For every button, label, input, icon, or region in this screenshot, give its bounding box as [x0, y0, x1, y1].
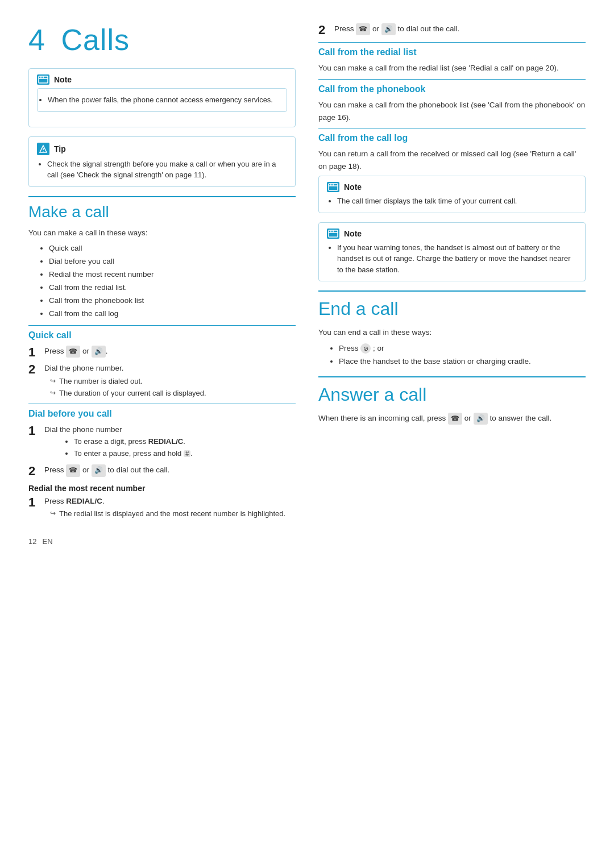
note-box-power: Note When the power fails, the phone can… [28, 68, 296, 127]
note-list-power: When the power fails, the phone cannot a… [37, 88, 287, 112]
call-from-log-text: You can return a call from the received … [318, 148, 586, 172]
end-call-way-2: Place the handset to the base station or… [339, 355, 586, 368]
quick-call-step-2-content: Dial the phone number. The number is dia… [44, 362, 296, 399]
redial-step-1-content: Press REDIAL/C. The redial list is displ… [44, 495, 296, 520]
note-item-timer-1: The call timer displays the talk time of… [337, 196, 577, 207]
quick-call-step-2: 2 Dial the phone number. The number is d… [28, 362, 296, 399]
redial-arrow-1: The redial list is displayed and the mos… [50, 508, 296, 520]
note-header-timer: Note [327, 182, 577, 192]
dial-before-step-2-number: 2 [28, 464, 44, 479]
dial-before-step-2-content: Press ☎ or 🔊 to dial out the call. [44, 464, 296, 476]
footer-language: EN [42, 537, 52, 546]
note-box-battery: Note If you hear warning tones, the hand… [318, 222, 586, 282]
note-icon-power [37, 74, 49, 85]
quick-call-step-1: 1 Press ☎ or 🔊. [28, 345, 296, 360]
svg-point-6 [43, 151, 44, 152]
section-answer-a-call: Answer a call [318, 376, 586, 405]
note-box-timer: Note The call timer displays the talk ti… [318, 176, 586, 213]
dial-before-step-1: 1 Dial the phone number To erase a digit… [28, 423, 296, 462]
dial-before-sub-2: To enter a pause, press and hold #. [74, 448, 296, 460]
make-call-intro: You can make a call in these ways: [28, 227, 296, 239]
chapter-title: Calls [61, 23, 130, 56]
tip-label-signal: Tip [54, 144, 66, 153]
dial-before-step-2: 2 Press ☎ or 🔊 to dial out the call. [28, 464, 296, 479]
make-call-way-2: Dial before you call [49, 255, 296, 268]
subsection-call-from-log: Call from the call log [318, 128, 586, 143]
subsection-call-from-redial: Call from the redial list [318, 42, 586, 57]
quick-call-step-2-number: 2 [28, 362, 44, 377]
subsection-dial-before: Dial before you call [28, 404, 296, 419]
note-icon-timer [327, 182, 339, 192]
tip-header-signal: Tip [37, 143, 287, 155]
make-call-way-4: Call from the redial list. [49, 281, 296, 294]
note-list-battery: If you hear warning tones, the handset i… [327, 242, 577, 276]
quick-call-step-2-arrows: The number is dialed out. The duration o… [44, 376, 296, 400]
redial-step-1-arrows: The redial list is displayed and the mos… [44, 508, 296, 520]
subsection-call-from-phonebook: Call from the phonebook [318, 79, 586, 94]
quick-call-arrow-2: The duration of your current call is dis… [50, 388, 296, 400]
chapter-number: 4 [28, 23, 45, 56]
right-step-2-content: Press ☎ or 🔊 to dial out the call. [334, 23, 586, 35]
tip-list-signal: Check the signal strength before you mak… [37, 159, 287, 181]
note-item-power-1: When the power fails, the phone cannot a… [48, 94, 279, 106]
note-item-battery-1: If you hear warning tones, the handset i… [337, 242, 577, 276]
redial-step-1-number: 1 [28, 495, 44, 510]
footer-page-number: 12 [28, 537, 36, 546]
call-from-redial-text: You can make a call from the redial list… [318, 62, 586, 74]
section-end-a-call: End a call [318, 290, 586, 319]
make-call-way-1: Quick call [49, 242, 296, 255]
dial-before-sub-list: To erase a digit, press REDIAL/C. To ent… [44, 436, 296, 460]
chapter-heading: 4 Calls [28, 23, 296, 57]
call-from-phonebook-text: You can make a call from the phonebook l… [318, 99, 586, 123]
end-call-intro: You can end a call in these ways: [318, 326, 586, 339]
right-step-2-number: 2 [318, 23, 334, 38]
note-label-timer: Note [344, 182, 362, 192]
note-icon-battery [327, 229, 339, 239]
tip-item-signal-1: Check the signal strength before you mak… [47, 159, 287, 181]
tip-icon-signal [37, 143, 49, 155]
quick-call-arrow-1: The number is dialed out. [50, 376, 296, 388]
subsection-quick-call: Quick call [28, 325, 296, 340]
dial-before-step-1-content: Dial the phone number To erase a digit, … [44, 423, 296, 462]
quick-call-step-1-content: Press ☎ or 🔊. [44, 345, 296, 358]
bold-heading-redial: Redial the most recent number [28, 484, 296, 493]
note-header-battery: Note [327, 229, 577, 239]
make-call-ways-list: Quick call Dial before you call Redial t… [28, 242, 296, 321]
make-call-way-6: Call from the call log [49, 308, 296, 321]
end-call-way-1: Press ⊘ ; or [339, 342, 586, 355]
tip-box-signal: Tip Check the signal strength before you… [28, 136, 296, 187]
make-call-way-3: Redial the most recent number [49, 268, 296, 281]
note-label-battery: Note [344, 229, 362, 238]
note-header-power: Note [37, 74, 287, 85]
right-step-2-dial: 2 Press ☎ or 🔊 to dial out the call. [318, 23, 586, 38]
end-call-ways-list: Press ⊘ ; or Place the handset to the ba… [318, 342, 586, 368]
redial-step-1: 1 Press REDIAL/C. The redial list is dis… [28, 495, 296, 520]
answer-call-text: When there is an incoming call, press ☎ … [318, 412, 586, 425]
dial-before-step-1-number: 1 [28, 423, 44, 438]
section-make-a-call: Make a call [28, 196, 296, 221]
dial-before-sub-1: To erase a digit, press REDIAL/C. [74, 436, 296, 448]
make-call-way-5: Call from the phonebook list [49, 294, 296, 308]
quick-call-step-1-number: 1 [28, 345, 44, 360]
note-list-timer: The call timer displays the talk time of… [327, 196, 577, 207]
note-label-power: Note [54, 75, 72, 84]
page-footer: 12 EN [28, 537, 296, 546]
